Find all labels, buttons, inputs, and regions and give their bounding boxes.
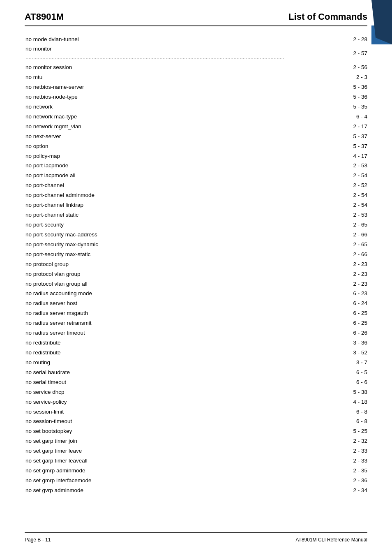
command-cell: no redistribute: [25, 338, 284, 348]
command-cell: no next-server: [25, 132, 284, 141]
command-cell: no session-timeout: [25, 417, 284, 427]
table-row: no set gmrp adminmode2 - 35: [25, 466, 367, 476]
page-cell: 3 - 36: [284, 338, 367, 348]
command-cell: no netbios-node-type: [25, 92, 284, 102]
page-cell: 4 - 17: [284, 151, 367, 161]
page-cell: 3 - 52: [284, 348, 367, 358]
table-row: no port-security max-static2 - 66: [25, 250, 367, 259]
page-cell: 2 - 3: [284, 73, 367, 83]
command-cell: no set garp timer leaveall: [25, 456, 284, 466]
page-cell: 2 - 23: [284, 279, 367, 289]
table-row: no radius server retransmit6 - 25: [25, 319, 367, 328]
table-row: no serial timeout6 - 6: [25, 377, 367, 387]
command-cell: no set garp timer join: [25, 437, 284, 446]
page-cell: 6 - 24: [284, 299, 367, 309]
command-cell: no set gmrp adminmode: [25, 466, 284, 476]
page-cell: 2 - 57: [284, 44, 367, 63]
command-cell: no set gmrp interfacemode: [25, 476, 284, 486]
command-cell: no network mgmt_vlan: [25, 122, 284, 132]
page-cell: 2 - 23: [284, 259, 367, 269]
command-cell: no routing: [25, 358, 284, 368]
table-row: no port lacpmode2 - 53: [25, 161, 367, 171]
table-row: no radius accounting mode6 - 23: [25, 289, 367, 299]
table-row: no serial baudrate6 - 5: [25, 368, 367, 377]
command-cell: no network: [25, 102, 284, 112]
command-cell: no serial baudrate: [25, 368, 284, 377]
command-cell: no radius accounting mode: [25, 289, 284, 299]
table-row: no monitor .............................…: [25, 44, 367, 63]
command-cell: no port-security max-dynamic: [25, 240, 284, 250]
page-cell: 2 - 54: [284, 191, 367, 201]
page-cell: 5 - 36: [284, 92, 367, 102]
command-table: no mode dvlan-tunnel2 - 28no monitor ...…: [25, 35, 367, 495]
command-cell: no port lacpmode: [25, 161, 284, 171]
command-cell: no option: [25, 141, 284, 151]
page-cell: 2 - 33: [284, 456, 367, 466]
table-row: no set garp timer join2 - 32: [25, 437, 367, 446]
command-cell: no monitor session: [25, 63, 284, 73]
table-row: no redistribute3 - 36: [25, 338, 367, 348]
page-cell: 5 - 38: [284, 387, 367, 397]
command-cell: no radius server timeout: [25, 328, 284, 338]
page-cell: 2 - 17: [284, 122, 367, 132]
footer-divider: [25, 532, 367, 533]
page-cell: 2 - 54: [284, 171, 367, 181]
footer-page-label: Page B - 11: [25, 537, 51, 543]
command-cell: no port-security: [25, 220, 284, 230]
page-cell: 5 - 36: [284, 83, 367, 92]
table-row: no next-server5 - 37: [25, 132, 367, 141]
page-cell: 2 - 66: [284, 250, 367, 259]
table-row: no option5 - 37: [25, 141, 367, 151]
table-row: no radius server timeout6 - 26: [25, 328, 367, 338]
page-cell: 2 - 23: [284, 269, 367, 279]
command-cell: no serial timeout: [25, 377, 284, 387]
page-cell: 6 - 25: [284, 319, 367, 328]
command-cell: no service dhcp: [25, 387, 284, 397]
page-cell: 6 - 25: [284, 309, 367, 319]
table-row: no netbios-node-type5 - 36: [25, 92, 367, 102]
page-cell: 5 - 25: [284, 427, 367, 437]
table-row: no protocol group2 - 23: [25, 259, 367, 269]
page-title-right: List of Commands: [288, 12, 367, 22]
table-row: no service dhcp5 - 38: [25, 387, 367, 397]
table-row: no set gvrp adminmode2 - 34: [25, 486, 367, 495]
command-cell: no radius server msgauth: [25, 309, 284, 319]
table-row: no set gmrp interfacemode2 - 36: [25, 476, 367, 486]
page-cell: 6 - 6: [284, 377, 367, 387]
command-cell: no port-channel static: [25, 210, 284, 220]
page-cell: 2 - 52: [284, 181, 367, 191]
page-cell: 4 - 18: [284, 397, 367, 407]
page-cell: 6 - 8: [284, 417, 367, 427]
page-cell: 2 - 65: [284, 220, 367, 230]
page-cell: 6 - 5: [284, 368, 367, 377]
command-cell: no session-limit: [25, 407, 284, 417]
page-cell: 2 - 53: [284, 210, 367, 220]
command-cell: no netbios-name-server: [25, 83, 284, 92]
command-cell: no port-channel: [25, 181, 284, 191]
command-cell: no port-channel linktrap: [25, 201, 284, 210]
page-cell: 2 - 28: [284, 35, 367, 44]
page-cell: 2 - 35: [284, 466, 367, 476]
table-row: no port-channel linktrap2 - 54: [25, 201, 367, 210]
page-cell: 2 - 32: [284, 437, 367, 446]
command-cell: no mtu: [25, 73, 284, 83]
command-cell: no set garp timer leave: [25, 446, 284, 456]
page-cell: 2 - 33: [284, 446, 367, 456]
command-cell: no service-policy: [25, 397, 284, 407]
command-cell: no port lacpmode all: [25, 171, 284, 181]
table-row: no protocol vlan group all2 - 23: [25, 279, 367, 289]
page-cell: 6 - 26: [284, 328, 367, 338]
table-row: no network mgmt_vlan2 - 17: [25, 122, 367, 132]
command-cell: no mode dvlan-tunnel: [25, 35, 284, 44]
table-row: no protocol vlan group2 - 23: [25, 269, 367, 279]
table-row: no network mac-type6 - 4: [25, 112, 367, 122]
table-row: no redistribute3 - 52: [25, 348, 367, 358]
table-row: no session-timeout6 - 8: [25, 417, 367, 427]
command-cell: no redistribute: [25, 348, 284, 358]
table-row: no monitor session2 - 56: [25, 63, 367, 73]
command-cell: no monitor .............................…: [25, 44, 284, 63]
page-cell: 6 - 23: [284, 289, 367, 299]
table-row: no mtu2 - 3: [25, 73, 367, 83]
table-row: no set garp timer leave2 - 33: [25, 446, 367, 456]
command-cell: no port-channel adminmode: [25, 191, 284, 201]
